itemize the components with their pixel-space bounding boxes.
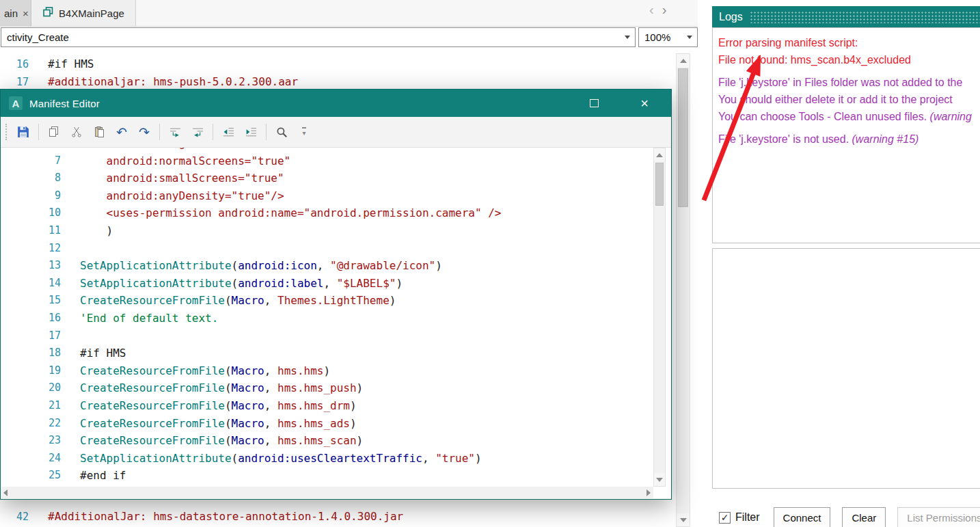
cut-icon[interactable] <box>66 122 87 142</box>
line-number: 11 <box>1 222 61 240</box>
logs-secondary-pane[interactable] <box>712 248 980 489</box>
comment-icon[interactable] <box>165 122 185 142</box>
dialog-title-bar[interactable]: A Manifest Editor × <box>1 90 671 117</box>
chevron-down-icon[interactable] <box>625 36 630 39</box>
connect-button[interactable]: Connect <box>774 507 831 527</box>
logs-panel: Logs Error parsing manifest script:File … <box>712 0 980 527</box>
logs-output[interactable]: Error parsing manifest script:File not f… <box>712 27 980 243</box>
code-text: <uses-permission android:name="android.p… <box>61 204 502 222</box>
code-line-23: 23CreateResourceFromFile(Macro, hms.hms_… <box>1 432 671 450</box>
line-number: 20 <box>1 379 61 397</box>
code-text: CreateResourceFromFile(Macro, hms.hms_pu… <box>61 379 363 397</box>
toolbar-grip <box>5 124 7 140</box>
code-text: #end if <box>61 467 126 485</box>
code-line-10: 10 <uses-permission android:name="androi… <box>1 204 671 222</box>
tab-b4xmainpage[interactable]: B4XMainPage <box>32 0 136 26</box>
maximize-icon <box>590 99 599 107</box>
code-text: CreateResourceFromFile(Macro, hms.hms) <box>61 362 330 380</box>
code-line-17: 17 <box>1 327 671 345</box>
maximize-button[interactable] <box>582 90 605 117</box>
scroll-down-icon[interactable] <box>677 513 690 526</box>
toolbar-overflow-icon[interactable]: ▾ <box>294 122 314 142</box>
line-number: 12 <box>1 240 61 258</box>
undo-icon[interactable]: ↶ <box>111 122 132 142</box>
toolbar-separator <box>213 124 213 140</box>
line-number: 16 <box>1 310 61 327</box>
code-line-8: 8 android:smallScreens="true" <box>1 170 671 187</box>
code-text: CreateResourceFromFile(Macro, hms.hms_ad… <box>61 415 357 433</box>
code-text: android:anyDensity="true"/> <box>61 187 284 205</box>
manifest-code-lines: 6 android:largeScreens="true"7 android:n… <box>1 148 671 485</box>
toolbar-separator <box>38 124 39 140</box>
sub-selector-dropdown[interactable]: ctivity_Create <box>1 27 636 47</box>
close-tab-icon[interactable]: × <box>23 8 29 19</box>
scrollbar-thumb[interactable] <box>655 163 664 206</box>
code-text <box>61 240 80 258</box>
sub-selector-value: ctivity_Create <box>7 28 69 46</box>
line-number: 17 <box>1 327 61 345</box>
code-line-22: 22CreateResourceFromFile(Macro, hms.hms_… <box>1 415 671 433</box>
code-text: SetApplicationAttribute(android:usesClea… <box>61 450 482 468</box>
toolbar-separator <box>266 124 267 140</box>
log-message: You should either delete it or add it to… <box>718 91 979 108</box>
code-line-9: 9 android:anyDensity="true"/> <box>1 187 671 205</box>
tab-nav-forward-icon[interactable]: › <box>662 2 667 18</box>
code-text: CreateResourceFromFile(Macro, hms.hms_sc… <box>61 432 363 450</box>
outdent-icon[interactable] <box>218 122 239 142</box>
code-text: #if HMS <box>61 344 126 362</box>
line-number: 25 <box>1 467 61 485</box>
paste-icon[interactable] <box>89 122 109 142</box>
code-text: ) <box>61 222 113 240</box>
dialog-horizontal-scrollbar[interactable] <box>1 487 653 498</box>
dialog-vertical-scrollbar[interactable] <box>653 148 666 487</box>
search-icon[interactable] <box>271 122 292 142</box>
editor-vertical-scrollbar[interactable] <box>676 53 690 527</box>
tab-main[interactable]: ain × <box>0 0 31 26</box>
scroll-down-icon[interactable] <box>654 473 665 486</box>
manifest-code-editor[interactable]: 6 android:largeScreens="true"7 android:n… <box>1 148 671 487</box>
code-editor-bottom-line: 42#AdditionalJar: hms-datastore-annotati… <box>0 508 675 526</box>
code-text: #if HMS <box>29 55 94 73</box>
uncomment-icon[interactable] <box>187 122 208 142</box>
redo-icon[interactable]: ↷ <box>134 122 154 142</box>
clear-button[interactable]: Clear <box>842 507 886 527</box>
line-number: 16 <box>0 55 29 73</box>
list-permissions-button[interactable]: List Permissions <box>897 507 980 527</box>
line-number: 22 <box>1 415 61 433</box>
save-icon[interactable] <box>13 122 33 142</box>
filter-label: Filter <box>735 511 760 524</box>
code-text: #AdditionalJar: hms-datastore-annotation… <box>29 508 403 526</box>
copy-icon[interactable] <box>44 122 64 142</box>
code-text: android:largeScreens="true" <box>61 148 284 152</box>
code-line-25: 25#end if <box>1 467 671 485</box>
scroll-left-icon[interactable] <box>3 489 8 496</box>
filter-checkbox[interactable]: ✓ <box>719 512 731 524</box>
code-line-16: 16'End of default text. <box>1 310 671 327</box>
scroll-right-icon[interactable] <box>646 489 651 496</box>
tab-b4xmainpage-label: B4XMainPage <box>59 8 124 19</box>
tab-nav-back-icon[interactable]: ‹ <box>649 2 654 18</box>
code-line-7: 7 android:normalScreens="true" <box>1 152 671 170</box>
indent-icon[interactable] <box>241 122 261 142</box>
code-text: CreateResourceFromFile(Macro, hms.hms_dr… <box>61 397 357 415</box>
code-text: 'End of default text. <box>61 310 218 327</box>
code-line-20: 20CreateResourceFromFile(Macro, hms.hms_… <box>1 379 671 397</box>
logs-controls: ✓ Filter ConnectClearList Permissions <box>712 507 980 527</box>
dialog-toolbar: ↶ ↷ ▾ <box>1 117 671 148</box>
scroll-up-icon[interactable] <box>677 54 690 67</box>
log-message: File 'j.keystore' in Files folder was no… <box>718 74 979 91</box>
line-number: 10 <box>1 204 61 222</box>
code-line-15: 15CreateResourceFromFile(Macro, Themes.L… <box>1 292 671 310</box>
scrollbar-thumb[interactable] <box>678 68 688 207</box>
line-number: 14 <box>1 275 61 293</box>
chevron-down-icon[interactable] <box>687 36 692 39</box>
log-message: Error parsing manifest script: <box>718 34 979 51</box>
scroll-up-icon[interactable] <box>654 148 665 161</box>
zoom-dropdown[interactable]: 100% <box>638 27 698 47</box>
line-number: 42 <box>0 508 29 526</box>
line-number: 18 <box>1 344 61 362</box>
logs-title: Logs <box>719 11 743 23</box>
code-text <box>61 327 80 345</box>
line-number: 7 <box>1 152 61 170</box>
close-button[interactable]: × <box>633 90 656 117</box>
